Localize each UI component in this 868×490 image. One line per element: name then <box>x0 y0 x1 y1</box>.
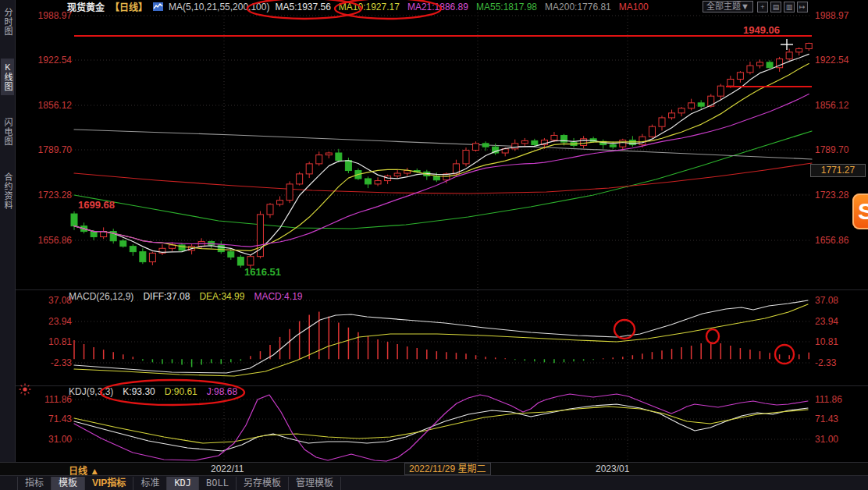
pane-chart-right-icon[interactable]: ▥ <box>784 2 795 12</box>
indicator-toolbar: 指标模板VIP指标标准KDJBOLL另存模板管理模板 <box>0 475 868 490</box>
kdj-header: KDJ(9,3,3) K:93.30 D:90.61 J:98.68 <box>69 386 237 397</box>
layout-icon-buttons: +▤▥↦ <box>757 2 808 12</box>
macd-axis-label-right: -2.33 <box>815 357 836 368</box>
site-logo-badge: S <box>852 194 868 229</box>
price-axis-label-right: 1656.86 <box>815 235 848 246</box>
macd-axis-label-right: 23.94 <box>815 316 838 327</box>
symbol-name: 现货黄金 <box>67 0 105 13</box>
macd-axis-label-left: 37.08 <box>23 295 72 306</box>
pane-expand-icon[interactable]: ↦ <box>797 2 808 12</box>
kdj-axis-label-left: 111.86 <box>23 394 72 405</box>
price-axis-label-right: 1789.70 <box>815 144 848 155</box>
theme-dropdown-button[interactable]: 全部主题▼ <box>703 1 753 12</box>
header-controls: 全部主题▼ +▤▥↦ <box>703 1 808 12</box>
toolbar-item-管理模板[interactable]: 管理模板 <box>288 477 341 490</box>
sidebar-item-闪电图[interactable]: 闪电图 <box>1 114 14 150</box>
kdj-axis-label-left: 71.43 <box>23 414 72 424</box>
ma-value-label: MA200:1776.81 <box>545 2 611 12</box>
price-axis-label-left: 1988.97 <box>23 10 72 21</box>
ma-value-label: MA5:1937.56 <box>275 2 330 12</box>
trading-app-window: 分时图K线图闪电图合约资料 现货黄金 【日线】 MA(5,10,21,55,20… <box>0 0 868 490</box>
macd-axis-label-right: 10.81 <box>815 336 838 347</box>
sun-marker-icon <box>19 383 31 396</box>
kdj-axis-label-right: 31.00 <box>815 434 838 445</box>
chart-header: 现货黄金 【日线】 MA(5,10,21,55,200,100) MA5:193… <box>67 1 649 12</box>
chart-canvas[interactable] <box>0 0 868 490</box>
ma-value-label: MA10:1927.17 <box>339 2 400 12</box>
layout-move-icon[interactable]: + <box>757 2 768 12</box>
ma-value-label: MA55:1817.98 <box>476 2 537 12</box>
pane-divider-main-macd <box>0 289 868 290</box>
price-axis-label-left: 1922.54 <box>23 55 72 66</box>
sidebar-item-K线图[interactable]: K线图 <box>1 59 14 95</box>
mini-chart-icon <box>153 2 163 12</box>
ma-value-label: MA21:1886.89 <box>407 2 468 12</box>
date-axis: 日线 ▲ 2022/11/29 星期二 2022/112023/01 <box>0 462 868 476</box>
price-axis-label-left: 1789.70 <box>23 144 72 155</box>
macd-title: MACD(26,12,9) <box>69 291 133 302</box>
kdj-d-value: D:90.61 <box>165 386 197 397</box>
toolbar-item-模板[interactable]: 模板 <box>51 477 84 490</box>
toolbar-item-BOLL[interactable]: BOLL <box>198 477 236 490</box>
kdj-title: KDJ(9,3,3) <box>69 386 113 397</box>
price-tag-1771: 1771.27 <box>810 164 866 177</box>
toolbar-item-标准[interactable]: 标准 <box>133 477 166 490</box>
period-tag: 【日线】 <box>110 0 148 13</box>
kdj-j-value: J:98.68 <box>207 386 237 397</box>
ma-values: MA5:1937.56MA10:1927.17MA21:1886.89MA55:… <box>275 2 648 12</box>
selected-date-box: 2022/11/29 星期二 <box>404 463 491 475</box>
macd-macd-value: MACD:4.19 <box>254 291 302 302</box>
price-axis-label-left: 1856.12 <box>23 100 72 111</box>
toolbar-item-KDJ[interactable]: KDJ <box>166 477 198 490</box>
toolbar-item-指标[interactable]: 指标 <box>17 477 51 490</box>
macd-dea-value: DEA:34.99 <box>199 291 244 302</box>
price-axis-label-right: 1988.97 <box>815 10 848 21</box>
ma-value-label: MA100 <box>619 2 649 12</box>
chart-type-sidebar: 分时图K线图闪电图合约资料 <box>0 0 16 466</box>
price-axis-label-right: 1922.54 <box>815 55 848 66</box>
price-axis-label-left: 1656.86 <box>23 235 72 246</box>
macd-axis-label-left: -2.33 <box>23 357 72 368</box>
toolbar-item-VIP指标[interactable]: VIP指标 <box>84 477 133 490</box>
pane-chart-left-icon[interactable]: ▤ <box>770 2 781 12</box>
sidebar-item-分时图[interactable]: 分时图 <box>1 4 14 40</box>
toolbar-item-另存模板[interactable]: 另存模板 <box>236 477 288 490</box>
date-tick-label: 2023/01 <box>596 463 629 474</box>
macd-axis-label-left: 10.81 <box>23 336 72 347</box>
sidebar-item-合约资料[interactable]: 合约资料 <box>1 169 14 214</box>
kdj-axis-label-right: 71.43 <box>815 414 838 424</box>
macd-diff-value: DIFF:37.08 <box>143 291 190 302</box>
price-axis-label-right: 1856.12 <box>815 100 848 111</box>
kdj-axis-label-right: 111.86 <box>815 394 842 405</box>
price-axis-label-right: 1723.28 <box>815 190 848 201</box>
date-tick-label: 2022/11 <box>211 463 244 474</box>
ma-group-label: MA(5,10,21,55,200,100) <box>169 2 269 12</box>
macd-header: MACD(26,12,9) DIFF:37.08 DEA:34.99 MACD:… <box>69 291 302 302</box>
macd-axis-label-right: 37.08 <box>815 295 838 306</box>
macd-axis-label-left: 23.94 <box>23 316 72 327</box>
price-axis-label-left: 1723.28 <box>23 190 72 201</box>
kdj-k-value: K:93.30 <box>123 386 155 397</box>
kdj-axis-label-left: 31.00 <box>23 434 72 445</box>
